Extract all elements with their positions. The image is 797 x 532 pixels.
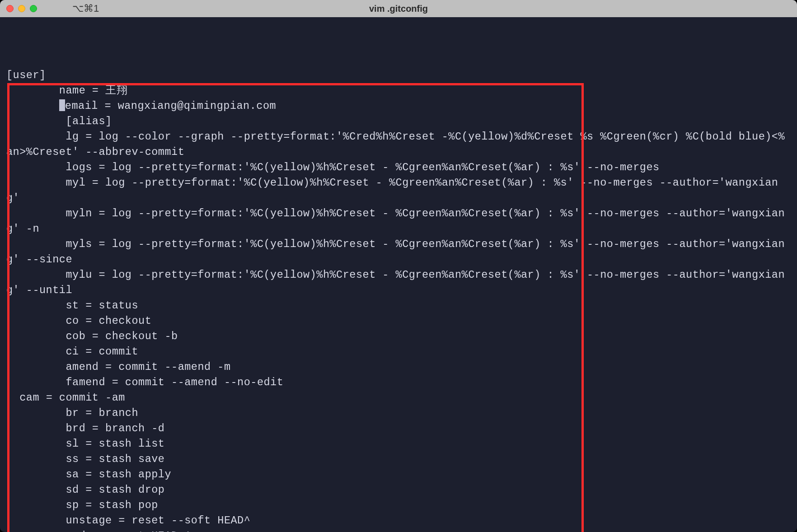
- terminal-line: cob = checkout -b: [6, 329, 791, 344]
- minimize-icon[interactable]: [18, 5, 25, 12]
- terminal-line: ci = commit: [6, 344, 791, 359]
- terminal-line: myl = log --pretty=format:'%C(yellow)%h%…: [6, 175, 791, 206]
- tab-shortcut-label: ⌥⌘1: [72, 3, 99, 14]
- terminal-content[interactable]: [user] name = 王翔 email = wangxiang@qimin…: [0, 17, 797, 532]
- terminal-line: brd = branch -d: [6, 421, 791, 436]
- terminal-line: cam = commit -am: [6, 390, 791, 406]
- zoom-icon[interactable]: [30, 5, 37, 12]
- terminal-line: myls = log --pretty=format:'%C(yellow)%h…: [6, 237, 791, 267]
- close-icon[interactable]: [6, 5, 14, 12]
- titlebar[interactable]: ⌥⌘1 vim .gitconfig: [0, 0, 797, 17]
- terminal-line: br = branch: [6, 406, 791, 421]
- terminal-line: [user]: [6, 68, 791, 83]
- terminal-line: email = wangxiang@qimingpian.com: [6, 98, 791, 114]
- window-title: vim .gitconfig: [369, 4, 428, 14]
- traffic-lights: [0, 5, 37, 12]
- terminal-line: sa = stash apply: [6, 467, 791, 482]
- cursor: [59, 99, 65, 111]
- terminal-window: ⌥⌘1 vim .gitconfig [user] name = 王翔 emai…: [0, 0, 797, 532]
- terminal-line: co = checkout: [6, 313, 791, 329]
- terminal-line: [alias]: [6, 114, 791, 129]
- terminal-line: mylu = log --pretty=format:'%C(yellow)%h…: [6, 267, 791, 298]
- terminal-line: undo = reset HEAD~1: [6, 528, 791, 532]
- terminal-line: st = status: [6, 298, 791, 313]
- terminal-line: sl = stash list: [6, 436, 791, 452]
- terminal-line: sd = stash drop: [6, 482, 791, 498]
- terminal-line: name = 王翔: [6, 83, 791, 98]
- terminal-line: amend = commit --amend -m: [6, 359, 791, 375]
- terminal-line: myln = log --pretty=format:'%C(yellow)%h…: [6, 206, 791, 237]
- terminal-line: lg = log --color --graph --pretty=format…: [6, 129, 791, 160]
- terminal-line: ss = stash save: [6, 452, 791, 467]
- terminal-line: sp = stash pop: [6, 498, 791, 513]
- terminal-line: unstage = reset --soft HEAD^: [6, 513, 791, 528]
- terminal-line: logs = log --pretty=format:'%C(yellow)%h…: [6, 160, 791, 175]
- terminal-line: famend = commit --amend --no-edit: [6, 375, 791, 390]
